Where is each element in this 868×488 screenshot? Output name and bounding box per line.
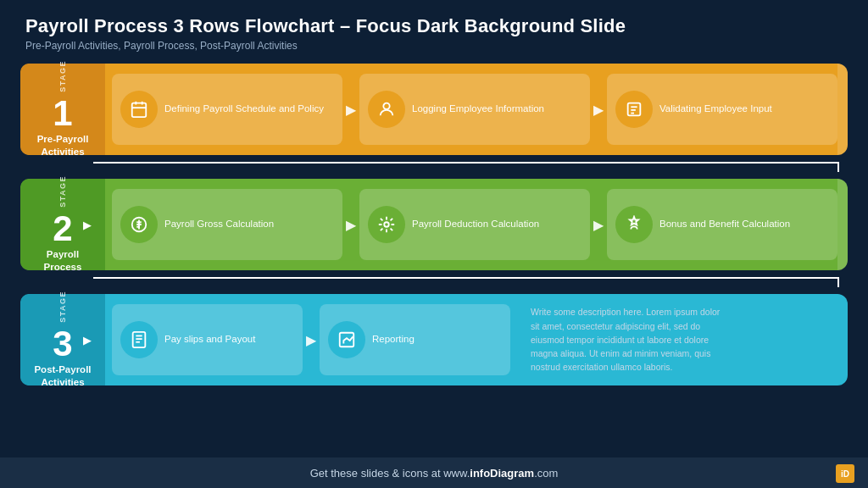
item-label-1-3: Validating Employee Input (659, 103, 772, 116)
icon-bonus (615, 206, 653, 243)
icon-payslip (120, 321, 158, 358)
item-3-2: Reporting (320, 304, 510, 375)
item-1-2: Logging Employee Information (359, 74, 590, 145)
stage-row-3: ▶ STAGE 3 Post-PayrollActivities Pay sli… (20, 294, 848, 385)
page-subtitle: Pre-Payroll Activities, Payroll Process,… (25, 40, 843, 52)
icon-deduction (368, 206, 405, 243)
stage-word-2: STAGE (58, 175, 67, 208)
stage-block-1: STAGE 1 Pre-PayrollActivities (20, 64, 105, 155)
stage-name-2: PayrollProcess (44, 248, 82, 274)
stage-block-2: STAGE 2 PayrollProcess (20, 179, 105, 270)
header: Payroll Process 3 Rows Flowchart – Focus… (0, 0, 868, 57)
item-3-1: Pay slips and Payout (112, 304, 303, 375)
stage-block-3: STAGE 3 Post-PayrollActivities (20, 294, 105, 385)
arrow-1-1: ▶ (346, 102, 356, 118)
footer-text: Get these slides & icons at www.infoDiag… (310, 467, 559, 480)
item-2-2: Payroll Deduction Calculation (359, 189, 590, 260)
page-title: Payroll Process 3 Rows Flowchart – Focus… (25, 15, 843, 37)
stage-number-1: 1 (53, 96, 72, 131)
stage-row-1: STAGE 1 Pre-PayrollActivities Defining P… (20, 64, 848, 155)
icon-employee (368, 91, 405, 128)
item-2-1: Payroll Gross Calculation (112, 189, 342, 260)
svg-point-4 (383, 103, 389, 109)
icon-calendar (120, 91, 158, 128)
item-label-1-1: Defining Payroll Schedule and Policy (164, 103, 324, 116)
items-area-1: Defining Payroll Schedule and Policy ▶ L… (105, 64, 848, 155)
stage-number-2: 2 (53, 211, 72, 247)
footer-brand: infoDiagram (470, 467, 534, 480)
item-label-2-3: Bonus and Benefit Calculation (659, 218, 790, 231)
stage-number-3: 3 (53, 326, 72, 362)
stage-name-3: Post-PayrollActivities (34, 363, 91, 389)
stage-row-2: ▶ STAGE 2 PayrollProcess Payroll Gross C… (20, 179, 848, 270)
svg-rect-16 (340, 333, 354, 347)
items-area-2: Payroll Gross Calculation ▶ Payroll Dedu… (105, 179, 848, 270)
side-description: Write some description here. Lorem ipsum… (531, 294, 726, 385)
icon-gross (120, 206, 158, 243)
item-label-3-1: Pay slips and Payout (164, 333, 255, 347)
item-label-2-2: Payroll Deduction Calculation (412, 218, 539, 231)
item-2-3: Bonus and Benefit Calculation (607, 189, 837, 260)
stage-name-1: Pre-PayrollActivities (37, 133, 89, 158)
icon-validate (615, 91, 653, 128)
arrow-3-1: ▶ (306, 332, 316, 348)
item-label-3-2: Reporting (372, 333, 415, 347)
items-area-3: Pay slips and Payout ▶ Reporting (105, 294, 520, 385)
footer-logo: iD (836, 464, 854, 483)
item-1-1: Defining Payroll Schedule and Policy (112, 74, 342, 145)
icon-reporting (328, 321, 365, 358)
connector-1-2 (20, 162, 848, 172)
item-label-2-1: Payroll Gross Calculation (164, 218, 274, 231)
flowchart: STAGE 1 Pre-PayrollActivities Defining P… (0, 57, 868, 391)
arrow-1-2: ▶ (593, 102, 604, 118)
arrow-2-2: ▶ (593, 217, 604, 233)
item-label-1-2: Logging Employee Information (412, 103, 544, 116)
arrow-2-1: ▶ (346, 217, 356, 233)
stage-word-3: STAGE (58, 291, 67, 323)
stage-word-1: STAGE (58, 60, 67, 92)
svg-point-11 (384, 222, 389, 227)
item-1-3: Validating Employee Input (607, 74, 837, 145)
footer: Get these slides & icons at www.infoDiag… (0, 458, 868, 488)
svg-rect-0 (132, 103, 147, 118)
connector-2-3 (20, 277, 848, 287)
